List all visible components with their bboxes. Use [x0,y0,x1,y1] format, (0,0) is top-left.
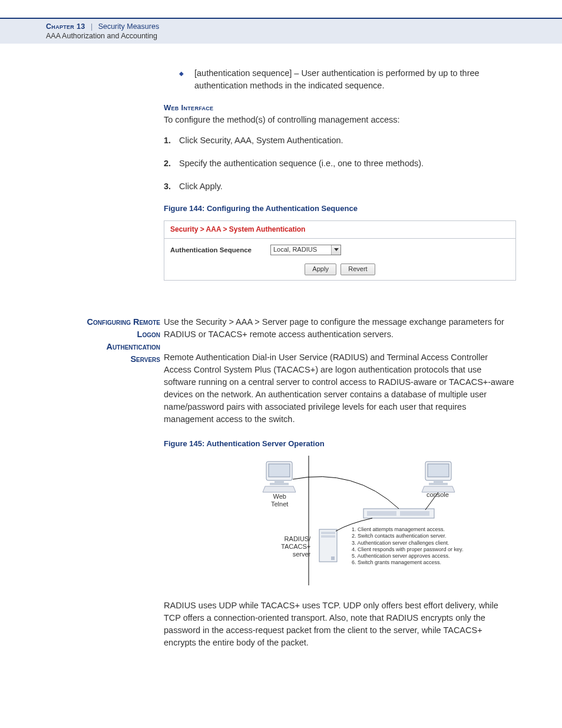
svg-rect-16 [321,532,335,534]
step-number: 2. [164,157,179,170]
step-text: Click Security, AAA, System Authenticati… [179,134,343,147]
auth-sequence-label: Authentication Sequence [170,245,270,255]
svg-rect-13 [367,511,396,516]
dropdown-arrow-icon [331,245,340,255]
figure145-diagram: Web Telnet console RADIUS/ TACACS+ serve… [207,456,472,585]
diagram-step: 5. Authentication server approves access… [352,553,463,559]
section2-para1: Use the Security > AAA > Server page to … [164,316,516,341]
diagram-label-console: console [427,491,449,499]
svg-rect-9 [434,480,443,483]
diagram-step: 2. Switch contacts authentication server… [352,533,463,539]
web-interface-heading: Web Interface [164,103,516,114]
steps-list: 1. Click Security, AAA, System Authentic… [164,134,516,193]
svg-rect-18 [331,556,335,560]
svg-rect-10 [429,483,448,485]
diagram-label-server: RADIUS/ TACACS+ server [281,535,310,559]
step-text: Specify the authentication sequence (i.e… [179,157,424,170]
svg-rect-5 [270,483,289,485]
diagram-steps: 1. Client attempts management access. 2.… [352,526,463,566]
chapter-label: Chapter 13 [46,22,85,31]
web-interface-lead: To configure the method(s) of controllin… [164,114,516,126]
figure145-caption: Figure 145: Authentication Server Operat… [164,439,516,450]
diagram-step: 6. Switch grants management access. [352,559,463,566]
apply-button[interactable]: Apply [305,263,336,275]
svg-rect-17 [321,535,335,538]
section-heading: Configuring RemoteLogonAuthenticationSer… [46,316,160,365]
intro-bullet-text: [authentication sequence] – User authent… [194,67,516,92]
figure144-breadcrumb: Security > AAA > System Authentication [164,221,515,239]
auth-sequence-select[interactable]: Local, RADIUS [270,245,341,255]
step-number: 3. [164,180,179,193]
section2-para2: Remote Authentication Dial-in User Servi… [164,351,516,426]
figure144-panel: Security > AAA > System Authentication A… [164,220,516,281]
svg-rect-4 [275,480,284,483]
diagram-step: 1. Client attempts management access. [352,526,463,533]
auth-sequence-value: Local, RADIUS [273,245,317,255]
page-header: Chapter 13 | Security Measures AAA Autho… [0,18,562,44]
step-number: 1. [164,134,179,147]
chapter-subtitle: AAA Authorization and Accounting [46,32,562,40]
svg-rect-3 [269,464,290,477]
svg-marker-6 [263,486,296,492]
bullet-icon: ◆ [179,67,194,92]
revert-button[interactable]: Revert [340,263,375,275]
svg-rect-8 [428,464,449,477]
diagram-step: 3. Authentication server challenges clie… [352,540,463,546]
figure144-caption: Figure 144: Configuring the Authenticati… [164,203,516,215]
header-separator: | [91,22,92,31]
diagram-step: 4. Client responds with proper password … [352,546,463,553]
chapter-title: Security Measures [98,22,160,31]
step-text: Click Apply. [179,180,223,193]
diagram-label-web: Web Telnet [271,493,288,508]
svg-rect-14 [400,511,429,516]
svg-marker-0 [334,248,339,251]
closing-para: RADIUS uses UDP while TACACS+ uses TCP. … [164,599,516,649]
